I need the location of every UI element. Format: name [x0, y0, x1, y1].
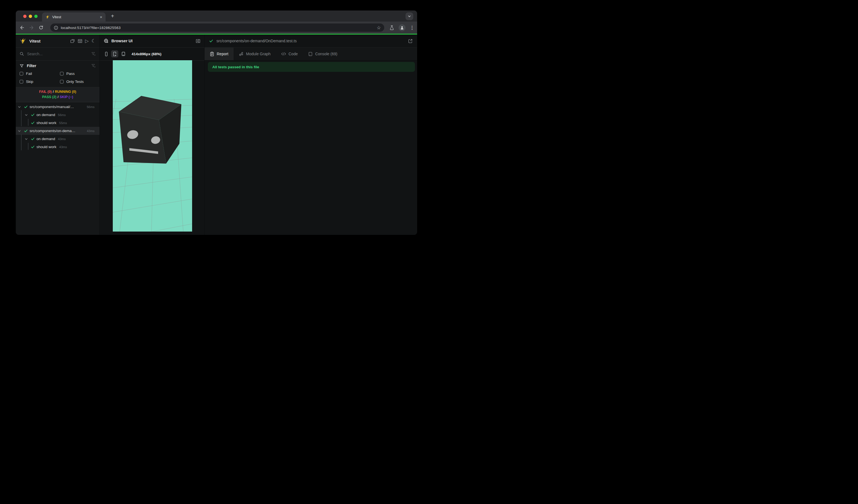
- clear-search-filter-icon[interactable]: [91, 52, 96, 56]
- file-path-header: src/components/on-demand/OnDemand.test.t…: [205, 34, 417, 48]
- app-title: Vitest: [29, 39, 41, 43]
- chevron-down-icon[interactable]: [17, 129, 21, 133]
- checkbox-pass[interactable]: [60, 72, 64, 76]
- dock-panels-icon[interactable]: [70, 39, 75, 43]
- filter-option-fail[interactable]: Fail: [20, 71, 60, 76]
- tab-console[interactable]: Console (69): [303, 48, 343, 60]
- site-info-icon[interactable]: [54, 26, 58, 30]
- module-graph-icon: [239, 52, 243, 56]
- tree-indent-guide: [21, 134, 21, 150]
- file-path: src/components/on-demand/OnDemand.test.t…: [217, 39, 297, 43]
- report-clipboard-icon: [210, 52, 214, 56]
- dashboard-icon[interactable]: [78, 39, 82, 43]
- chevron-down-icon: [408, 15, 411, 18]
- checkbox-only-tests[interactable]: [60, 80, 64, 83]
- filter-option-pass[interactable]: Pass: [60, 71, 96, 76]
- pass-check-icon: [31, 121, 35, 125]
- experiments-flask-icon[interactable]: [389, 25, 395, 30]
- tab-code[interactable]: Code: [276, 48, 303, 60]
- test-detail-panel: src/components/on-demand/OnDemand.test.t…: [205, 34, 417, 235]
- viewport-dimensions-label: 414x896px (68%): [131, 52, 161, 56]
- device-mobile-add-button[interactable]: [111, 50, 118, 58]
- preview-viewport[interactable]: [113, 60, 192, 231]
- search-bar: [16, 48, 99, 61]
- all-tests-passed-banner: All tests passed in this file: [208, 62, 415, 72]
- tree-indent-guide: [21, 110, 21, 126]
- pass-check-icon: [209, 39, 213, 43]
- browser-window: Vitest × + localhost:5173/#/?file=182862…: [16, 11, 417, 235]
- panel-open-right-icon[interactable]: [196, 39, 201, 43]
- console-icon: [308, 52, 313, 56]
- vitest-logo-icon: [20, 38, 26, 44]
- test-status-summary: FAIL (0)/RUNNING (0) PASS (2)/SKIP (--): [16, 87, 99, 102]
- back-button[interactable]: [17, 23, 27, 32]
- tab-title: Vitest: [52, 15, 61, 19]
- pass-check-icon: [31, 113, 35, 117]
- profile-avatar[interactable]: [399, 24, 406, 31]
- robot-cube-scene: [113, 60, 192, 231]
- browser-ui-header: Browser UI: [100, 34, 204, 48]
- filter-funnel-icon: [20, 64, 24, 68]
- test-file-row-selected[interactable]: src/components/on-dema… 43ms: [16, 127, 99, 135]
- browser-tab-vitest[interactable]: Vitest ×: [42, 13, 106, 21]
- code-icon: [281, 52, 286, 56]
- test-suite-row[interactable]: on demand 56ms: [16, 111, 99, 119]
- device-toolbar: 414x896px (68%): [100, 48, 204, 61]
- minimize-window-button[interactable]: [29, 15, 32, 18]
- report-content: All tests passed in this file: [205, 61, 417, 235]
- browser-ui-panel: Browser UI 414x896px (68%): [100, 34, 205, 235]
- device-tablet-button[interactable]: [120, 50, 127, 58]
- tab-strip: Vitest × +: [16, 11, 417, 21]
- chevron-down-icon[interactable]: [17, 105, 21, 109]
- test-tree: src/components/manual/… 56ms on demand 5…: [16, 102, 99, 151]
- external-link-icon[interactable]: [408, 39, 413, 43]
- run-all-play-icon[interactable]: ▷: [85, 39, 89, 43]
- clear-filter-icon[interactable]: [91, 64, 96, 68]
- detail-tab-bar: Report Module Graph Code Console (69): [205, 48, 417, 61]
- tree-indent-guide: [28, 143, 29, 150]
- filter-option-only-tests[interactable]: Only Tests: [60, 80, 96, 84]
- checkbox-fail[interactable]: [20, 72, 23, 76]
- tree-indent-guide: [28, 119, 29, 126]
- checkbox-skip[interactable]: [20, 80, 23, 83]
- browser-ui-title: Browser UI: [111, 39, 133, 43]
- filter-option-skip[interactable]: Skip: [20, 80, 60, 84]
- address-bar[interactable]: localhost:5173/#/?file=1828625563 ☆: [50, 23, 384, 32]
- window-controls: [23, 15, 37, 18]
- search-input[interactable]: [27, 52, 91, 56]
- browser-menu-icon[interactable]: ⋮: [410, 25, 414, 31]
- status-line-1: FAIL (0)/RUNNING (0): [16, 89, 99, 95]
- pass-check-icon: [31, 145, 35, 149]
- reload-button[interactable]: [36, 23, 46, 32]
- search-icon: [20, 52, 24, 56]
- pass-check-icon: [24, 105, 28, 109]
- device-mobile-small-button[interactable]: [102, 50, 110, 58]
- pass-check-icon: [31, 137, 35, 141]
- maximize-window-button[interactable]: [34, 15, 37, 18]
- test-suite-row[interactable]: on demand 43ms: [16, 135, 99, 143]
- vitest-sidebar: Vitest ▷ ☾: [16, 34, 100, 235]
- robot-cube: [119, 96, 181, 164]
- pass-check-icon: [24, 129, 28, 133]
- close-window-button[interactable]: [23, 15, 27, 18]
- status-line-2: PASS (2)/SKIP (--): [16, 95, 99, 100]
- new-tab-button[interactable]: +: [109, 12, 116, 20]
- filter-title: Filter: [27, 64, 36, 68]
- chevron-down-icon[interactable]: [24, 137, 28, 141]
- forward-button[interactable]: [27, 23, 36, 32]
- browser-toolbar: localhost:5173/#/?file=1828625563 ☆ ⋮: [16, 21, 417, 34]
- url-text: localhost:5173/#/?file=1828625563: [61, 26, 121, 30]
- chevron-down-icon[interactable]: [24, 113, 28, 117]
- filter-panel: Filter Fail Pass: [16, 61, 99, 87]
- sidebar-header: Vitest ▷ ☾: [16, 34, 99, 48]
- tab-module-graph[interactable]: Module Graph: [234, 48, 276, 60]
- test-file-row[interactable]: src/components/manual/… 56ms: [16, 103, 99, 111]
- tab-close-icon[interactable]: ×: [100, 15, 102, 19]
- globe-icon: [104, 38, 109, 43]
- tab-report[interactable]: Report: [205, 48, 234, 60]
- vitest-favicon-icon: [45, 15, 49, 19]
- dark-mode-moon-icon[interactable]: ☾: [92, 39, 96, 43]
- tab-search-button[interactable]: [406, 13, 413, 20]
- bookmark-star-icon[interactable]: ☆: [377, 25, 381, 31]
